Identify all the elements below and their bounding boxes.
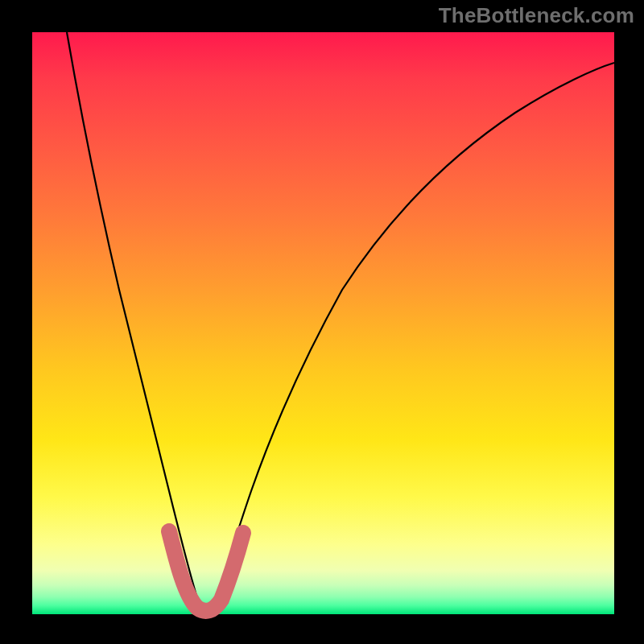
highlight-trough <box>169 531 243 611</box>
bottleneck-curve <box>67 32 614 611</box>
chart-frame: TheBottleneck.com <box>0 0 644 644</box>
chart-svg <box>32 32 614 614</box>
watermark-text: TheBottleneck.com <box>439 3 634 28</box>
